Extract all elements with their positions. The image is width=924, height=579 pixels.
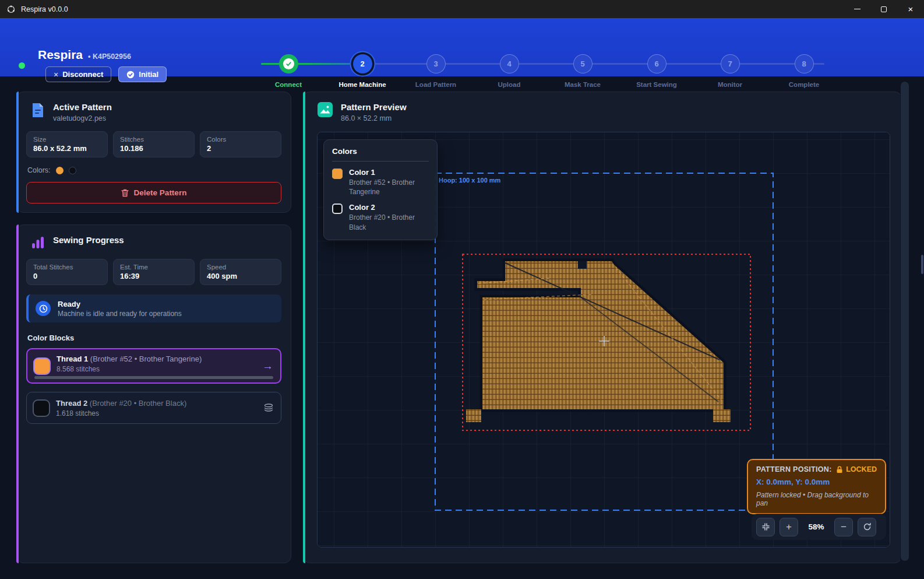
thread-stitch-count: 8.568 stitches — [57, 365, 202, 373]
app-name: Respira — [38, 48, 83, 62]
step-circle — [279, 54, 298, 73]
step-complete[interactable]: 8 Complete — [772, 54, 836, 88]
scrollbar-thumb[interactable] — [901, 82, 909, 561]
legend-swatch — [332, 169, 343, 179]
thread-2-row[interactable]: Thread 2 (Brother #20 • Brother Black) 1… — [26, 392, 281, 424]
app-header: Respira • K4P502956 × Disconnect Initial… — [0, 18, 924, 76]
card-title: Sewing Progress — [53, 235, 124, 245]
step-circle: 7 — [721, 54, 740, 73]
card-title: Active Pattern — [53, 102, 112, 112]
stack-icon — [263, 403, 274, 413]
colors-legend-title: Colors — [332, 147, 429, 156]
step-upload[interactable]: 4 Upload — [477, 54, 541, 88]
step-start-sewing[interactable]: 6 Start Sewing — [625, 54, 689, 88]
delete-pattern-button[interactable]: Delete Pattern — [26, 182, 281, 203]
mini-scrollbar-thumb[interactable] — [921, 255, 923, 274]
clock-icon — [36, 301, 51, 316]
position-label: PATTERN POSITION: — [756, 465, 832, 473]
step-monitor[interactable]: 7 Monitor — [698, 54, 762, 88]
step-home-machine[interactable]: 2 Home Machine — [330, 54, 394, 88]
legend-color-2: Color 2 Brother #20 • Brother Black — [332, 203, 429, 231]
scrollbar[interactable] — [900, 82, 909, 561]
color-swatch-orange — [56, 167, 64, 174]
color-swatch-black — [69, 167, 76, 174]
card-title: Pattern Preview — [341, 102, 407, 112]
zoom-out-button[interactable]: − — [834, 518, 853, 536]
position-hint: Pattern locked • Drag background to pan — [756, 491, 877, 507]
hoop-label: Hoop: 100 x 100 mm — [439, 177, 501, 184]
titlebar: Respira v0.0.0 × — [0, 0, 924, 18]
lock-icon — [836, 466, 843, 473]
stat-stitches: Stitches 10.186 — [113, 131, 195, 157]
machine-serial: • K4P502956 — [88, 52, 131, 61]
step-circle: 6 — [647, 54, 666, 73]
close-x-icon: × — [54, 70, 58, 79]
pattern-position-overlay: PATTERN POSITION: LOCKED X: 0.0mm, Y: 0.… — [747, 459, 886, 514]
disconnect-button[interactable]: × Disconnect — [45, 66, 111, 82]
stat-est-time: Est. Time 16:39 — [113, 259, 195, 285]
step-load-pattern[interactable]: 3 Load Pattern — [404, 54, 468, 88]
workflow-stepper: Connect 2 Home Machine 3 Load Pattern 4 … — [261, 36, 827, 94]
step-circle: 8 — [795, 54, 814, 73]
minimize-button[interactable] — [844, 0, 870, 18]
pattern-dimensions: 86.0 × 52.2 mm — [341, 114, 407, 122]
legend-swatch — [332, 203, 343, 214]
zoom-controls: + 58% − — [752, 514, 886, 540]
locked-badge: LOCKED — [846, 465, 877, 473]
status-text: Machine is idle and ready for operations — [58, 310, 182, 318]
card-accent — [16, 92, 19, 213]
thread-swatch — [34, 359, 50, 374]
status-title: Ready — [58, 300, 182, 308]
image-icon — [318, 102, 333, 117]
pattern-preview-card: Pattern Preview 86.0 × 52.2 mm — [303, 92, 902, 563]
zoom-in-button[interactable]: + — [780, 518, 798, 536]
colors-label: Colors: — [27, 166, 51, 174]
app-logo-icon — [6, 5, 16, 14]
colors-legend-panel: Colors Color 1 Brother #52 • Brother Tan… — [323, 139, 438, 240]
close-button[interactable]: × — [897, 0, 924, 18]
thread-progress-bar — [34, 376, 273, 379]
pattern-filename: valetudogv2.pes — [53, 114, 112, 122]
arrow-right-icon: → — [262, 360, 273, 373]
bar-chart-icon — [31, 235, 45, 250]
legend-color-1: Color 1 Brother #52 • Brother Tangerine — [332, 168, 429, 196]
stat-total-stitches: Total Stitches 0 — [26, 259, 108, 285]
thread-swatch — [34, 401, 49, 416]
initial-button[interactable]: Initial — [118, 66, 167, 82]
step-connect[interactable]: Connect — [256, 54, 320, 88]
step-circle: 4 — [500, 54, 519, 73]
color-blocks-label: Color Blocks — [27, 334, 281, 342]
thread-stitch-count: 1.618 stitches — [56, 409, 186, 417]
step-circle: 5 — [573, 54, 593, 73]
document-icon — [31, 102, 45, 118]
position-coords: X: 0.0mm, Y: 0.0mm — [756, 478, 877, 486]
step-mask-trace[interactable]: 5 Mask Trace — [551, 54, 615, 88]
stat-speed: Speed 400 spm — [200, 259, 281, 285]
connection-status-dot — [19, 62, 25, 69]
check-circle-icon — [126, 71, 135, 79]
active-pattern-card: Active Pattern valetudogv2.pes Size 86.0… — [16, 92, 291, 213]
step-circle: 3 — [426, 54, 446, 73]
stat-size: Size 86.0 x 52.2 mm — [26, 131, 108, 157]
fit-to-view-button[interactable] — [756, 518, 775, 536]
maximize-button[interactable] — [870, 0, 897, 18]
card-accent — [303, 92, 305, 563]
window-title: Respira v0.0.0 — [21, 5, 68, 13]
zoom-level: 58% — [803, 522, 830, 531]
sewing-progress-card: Sewing Progress Total Stitches 0 Est. Ti… — [16, 224, 291, 563]
preview-canvas[interactable]: Hoop: 100 x 100 mm — [317, 132, 890, 548]
thread-1-row[interactable]: Thread 1 (Brother #52 • Brother Tangerin… — [26, 348, 281, 384]
step-circle: 2 — [353, 54, 372, 73]
check-icon — [285, 61, 292, 67]
machine-status-banner: Ready Machine is idle and ready for oper… — [26, 294, 281, 322]
card-accent — [16, 224, 19, 563]
stat-colors: Colors 2 — [200, 131, 281, 157]
trash-icon — [121, 189, 129, 197]
reset-view-button[interactable] — [858, 518, 876, 536]
